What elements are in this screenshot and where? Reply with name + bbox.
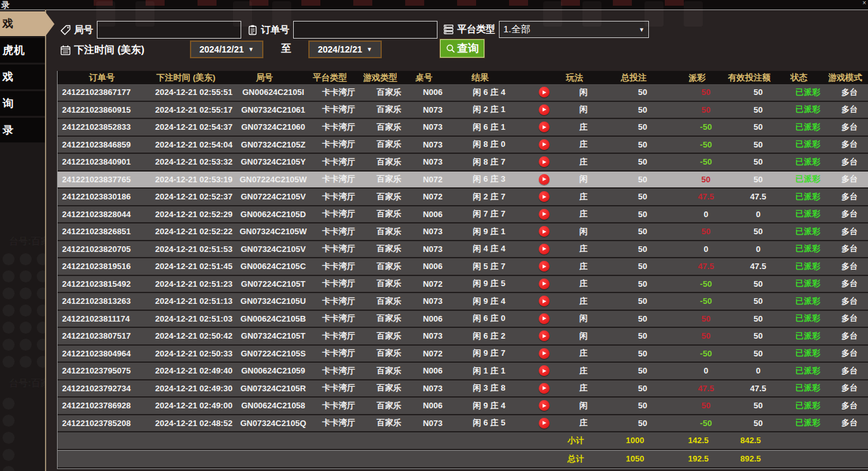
cell-game: 百家乐 bbox=[365, 223, 413, 240]
cell-table: N073 bbox=[413, 223, 453, 240]
table-row[interactable]: 2412210238049642024-12-21 02:50:33GN0722… bbox=[58, 346, 868, 363]
cell-mode: 多台 bbox=[831, 398, 868, 414]
play-video-button[interactable] bbox=[539, 244, 550, 254]
search-button[interactable]: 查询 bbox=[440, 39, 484, 58]
play-icon bbox=[543, 369, 546, 373]
cell-time: 2024-12-21 02:50:42 bbox=[151, 328, 234, 344]
chevron-down-icon: ▼ bbox=[367, 46, 372, 53]
cell-mode: 多台 bbox=[831, 293, 868, 310]
table-row[interactable]: 2412210238132632024-12-21 02:51:13GN0732… bbox=[58, 293, 868, 311]
cell-total-bet: 50 bbox=[605, 258, 681, 275]
sidebar-item-query[interactable]: 询 bbox=[0, 91, 45, 116]
play-video-button[interactable] bbox=[539, 174, 550, 185]
play-video-button[interactable] bbox=[539, 209, 550, 220]
cell-round: GN07324C2105Z bbox=[234, 137, 312, 153]
play-video-button[interactable] bbox=[539, 104, 550, 115]
play-video-button[interactable] bbox=[539, 226, 550, 237]
sidebar-item-records[interactable]: 录 bbox=[0, 118, 45, 142]
cell-table: N006 bbox=[413, 363, 453, 379]
cell-order: 241221023804964 bbox=[58, 346, 151, 362]
table-row[interactable]: 2412210238111742024-12-21 02:51:03GN0062… bbox=[58, 311, 868, 329]
cell-mode: 多台 bbox=[831, 346, 868, 362]
table-row[interactable]: 2412210238528332024-12-21 02:54:37GN0732… bbox=[58, 119, 868, 137]
background-card bbox=[96, 1, 115, 27]
table-row[interactable]: 2412210238377652024-12-21 02:53:19GN0722… bbox=[58, 172, 868, 189]
table-row[interactable]: 2412210238154922024-12-21 02:51:23GN0722… bbox=[58, 276, 868, 294]
cell-valid-bet: 50 bbox=[731, 328, 785, 344]
cell-video bbox=[525, 189, 562, 205]
cell-time: 2024-12-21 02:51:45 bbox=[151, 258, 234, 275]
table-row[interactable]: 2412210238195162024-12-21 02:51:45GN0062… bbox=[58, 258, 868, 276]
cell-result: 闲 8 庄 0 bbox=[453, 137, 525, 153]
table-row[interactable]: 2412210238207052024-12-21 02:51:53GN0732… bbox=[58, 241, 868, 259]
cell-game: 百家乐 bbox=[365, 363, 413, 379]
play-video-button[interactable] bbox=[539, 400, 550, 411]
cell-result: 闲 6 庄 2 bbox=[453, 328, 525, 344]
play-video-button[interactable] bbox=[539, 279, 550, 289]
play-video-button[interactable] bbox=[539, 365, 550, 376]
table-row[interactable]: 2412210237869282024-12-21 02:49:00GN0062… bbox=[58, 398, 868, 415]
play-video-button[interactable] bbox=[539, 418, 550, 429]
cell-round: GN07324C2105Y bbox=[234, 154, 312, 170]
play-video-button[interactable] bbox=[539, 313, 550, 324]
cell-payout: -50 bbox=[681, 119, 731, 135]
platform-type-select[interactable]: 1.全部 ▼ bbox=[499, 21, 649, 38]
table-row[interactable]: 2412210238301862024-12-21 02:52:37GN0722… bbox=[58, 189, 868, 206]
table-row[interactable]: 2412210238075172024-12-21 02:50:42GN0732… bbox=[58, 328, 868, 346]
sidebar-item-label: 录 bbox=[3, 123, 14, 137]
sidebar-item-games[interactable]: 戏 bbox=[0, 65, 45, 89]
sidebar-item-live-game[interactable]: 戏 bbox=[0, 11, 45, 36]
background-card bbox=[272, 1, 291, 27]
play-video-button[interactable] bbox=[539, 261, 550, 272]
header-order: 订单号 bbox=[58, 71, 146, 84]
close-icon[interactable]: × bbox=[862, 0, 866, 6]
cell-status: 已派彩 bbox=[785, 84, 831, 101]
date-to-select[interactable]: 2024/12/21 ▼ bbox=[308, 41, 382, 58]
play-video-button[interactable] bbox=[539, 191, 550, 202]
table-row[interactable]: 2412210238409012024-12-21 02:53:32GN0732… bbox=[58, 154, 868, 172]
table-row[interactable]: 2412210237852082024-12-21 02:48:52GN0732… bbox=[58, 415, 868, 433]
table-row[interactable]: 2412210237950752024-12-21 02:49:40GN0062… bbox=[58, 363, 868, 380]
table-row[interactable]: 2412210238280442024-12-21 02:52:29GN0062… bbox=[58, 206, 868, 224]
play-icon bbox=[543, 195, 546, 199]
cell-result: 闲 4 庄 4 bbox=[453, 241, 525, 258]
background-card bbox=[543, 1, 562, 27]
cell-order: 241221023837765 bbox=[58, 172, 151, 188]
play-video-button[interactable] bbox=[539, 122, 550, 132]
play-video-button[interactable] bbox=[539, 139, 550, 150]
table-row[interactable]: 2412210238671772024-12-21 02:55:51GN0062… bbox=[58, 84, 868, 102]
cell-status: 已派彩 bbox=[785, 241, 831, 258]
round-number-input[interactable] bbox=[97, 21, 241, 39]
cell-game: 百家乐 bbox=[365, 189, 413, 205]
background-card bbox=[684, 1, 703, 27]
table-row[interactable]: 2412210238468592024-12-21 02:54:04GN0732… bbox=[58, 137, 868, 154]
cell-round: GN07224C2105T bbox=[234, 276, 312, 292]
cell-time: 2024-12-21 02:52:22 bbox=[151, 223, 234, 240]
cell-bet-on: 庄 bbox=[562, 346, 605, 362]
cell-platform: 卡卡湾厅 bbox=[312, 258, 365, 275]
date-from-select[interactable]: 2024/12/21 ▼ bbox=[190, 41, 263, 58]
play-video-button[interactable] bbox=[539, 156, 550, 167]
table-row[interactable]: 2412210237927342024-12-21 02:49:30GN0732… bbox=[58, 380, 868, 398]
cell-mode: 多台 bbox=[831, 137, 868, 153]
sidebar-item-slots[interactable]: 虎机 bbox=[0, 38, 45, 63]
table-row[interactable]: 2412210238268512024-12-21 02:52:22GN0732… bbox=[58, 223, 868, 241]
play-icon bbox=[543, 421, 546, 425]
play-video-button[interactable] bbox=[539, 87, 550, 97]
cell-payout: 47.5 bbox=[681, 189, 731, 205]
cell-valid-bet: 50 bbox=[731, 172, 785, 188]
play-video-button[interactable] bbox=[539, 330, 550, 341]
play-video-button[interactable] bbox=[539, 296, 550, 306]
cell-total-bet: 50 bbox=[605, 293, 681, 310]
order-number-input[interactable] bbox=[293, 21, 437, 39]
play-video-button[interactable] bbox=[539, 348, 550, 359]
table-row[interactable]: 2412210238609152024-12-21 02:55:17GN0732… bbox=[58, 102, 868, 120]
cell-table: N073 bbox=[413, 102, 453, 118]
cell-round: GN07324C2105T bbox=[234, 328, 312, 344]
cell-mode: 多台 bbox=[831, 223, 868, 240]
cell-total-bet: 50 bbox=[605, 223, 681, 240]
cell-bet-on: 闲 bbox=[562, 398, 605, 414]
background-red-fragment bbox=[405, 0, 424, 6]
cell-video bbox=[525, 102, 562, 118]
play-video-button[interactable] bbox=[539, 383, 550, 394]
